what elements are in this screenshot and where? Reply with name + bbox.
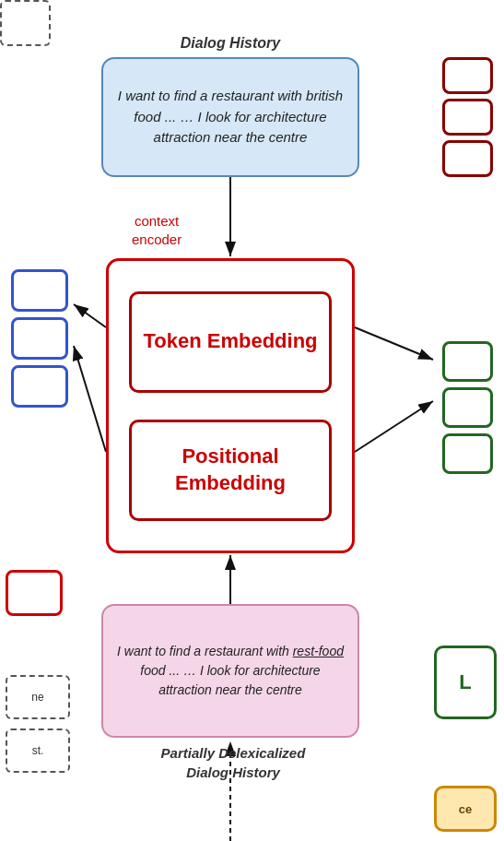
dialog-history-text: I want to find a restaurant with british… [112,86,348,148]
green-letter: L [459,670,471,694]
green-box-right-2 [442,387,493,428]
positional-embedding-label: Positional Embedding [132,444,329,496]
blue-left-stack [11,269,68,408]
context-encoder-box: Token Embedding Positional Embedding [106,258,355,553]
token-embedding-label: Token Embedding [143,328,317,355]
top-right-darkred-stack [442,57,493,177]
bottom-left-dashed-st: st. [6,728,70,773]
bottom-right-orange-box: ce [434,786,497,832]
green-box-right-3 [442,433,493,474]
partial-delex-label-line2: Dialog History [186,764,280,780]
bottom-right-green-box: L [434,646,497,719]
blue-box-left-3 [11,365,68,408]
context-encoder-label: context encoder [132,212,182,248]
blue-box-left-1 [11,269,68,312]
blue-box-left-2 [11,317,68,360]
top-left-dashed-box [0,0,51,46]
dialog-history-box: I want to find a restaurant with british… [101,57,359,177]
orange-label: ce [459,802,472,816]
partial-delex-box: I want to find a restaurant with rest-fo… [101,604,359,738]
diagram-container: Dialog History I want to find a restaura… [0,0,504,841]
partial-delex-text: I want to find a restaurant with rest-fo… [112,642,348,700]
green-box-right-1 [442,341,493,382]
st-label-box: st. [6,728,70,773]
svg-line-3 [355,327,433,360]
positional-embedding-box: Positional Embedding [129,420,332,521]
svg-line-4 [355,401,433,452]
svg-line-5 [74,304,106,327]
partial-delex-label: Partially Delexicalized Dialog History [100,743,367,782]
bottom-left-dashed-ne: ne [6,675,70,719]
ne-label-box: ne [6,675,70,719]
dialog-history-label: Dialog History [129,35,332,52]
token-embedding-box: Token Embedding [129,291,332,393]
svg-line-6 [74,346,106,452]
bottom-left-red-box [6,570,63,616]
partial-delex-label-line1: Partially Delexicalized [161,745,306,761]
green-right-stack [442,341,493,474]
